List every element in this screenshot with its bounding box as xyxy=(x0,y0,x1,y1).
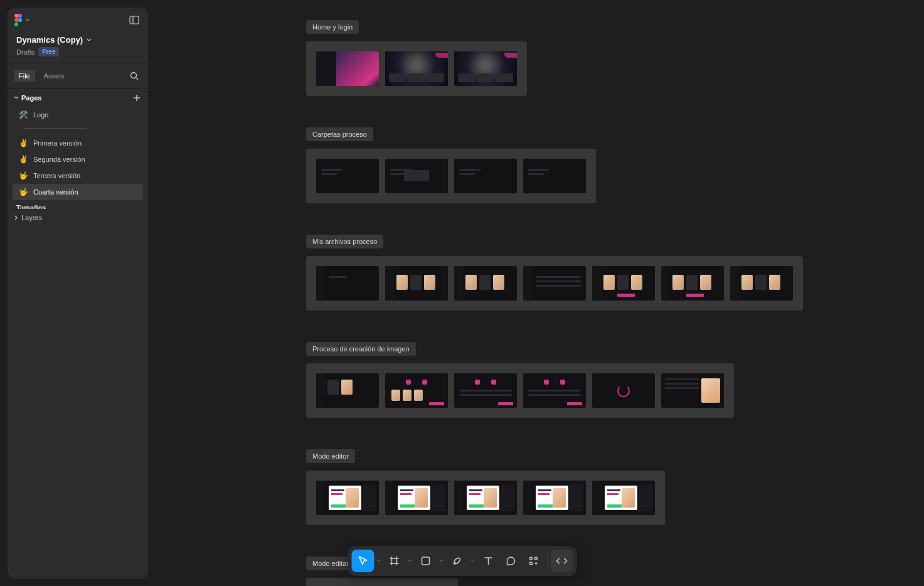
page-separator xyxy=(24,128,87,129)
tool-move[interactable] xyxy=(351,550,374,572)
frame-thumbnail[interactable] xyxy=(385,373,448,408)
page-item[interactable]: 🛠️Logo xyxy=(13,107,143,123)
page-item[interactable]: ✌️Segunda versión xyxy=(13,151,143,168)
section-label[interactable]: Home y login xyxy=(306,20,359,34)
frame-thumbnail[interactable] xyxy=(316,159,379,193)
section-box[interactable] xyxy=(306,149,596,203)
frame-thumbnail[interactable] xyxy=(385,266,448,301)
add-page-button[interactable] xyxy=(133,94,141,102)
section-label[interactable]: Modo editor xyxy=(306,449,355,463)
tool-text[interactable] xyxy=(477,550,499,572)
page-emoji-icon: 🛠️ xyxy=(19,110,28,119)
frame-thumbnail[interactable] xyxy=(523,481,586,515)
section-label[interactable]: Carpetas proceso xyxy=(306,127,373,141)
frame-thumbnail[interactable] xyxy=(523,266,586,301)
section-label[interactable]: Proceso de creación de imagen xyxy=(306,342,416,356)
frame-icon xyxy=(388,555,400,567)
canvas-section: Home y login xyxy=(306,20,899,96)
svg-point-16 xyxy=(534,557,537,560)
layers-header[interactable]: Layers xyxy=(8,209,148,225)
canvas-section: Proceso de creación de imagen xyxy=(306,342,899,418)
search-icon xyxy=(130,72,139,80)
pages-label: Pages xyxy=(21,94,41,102)
layers-label: Layers xyxy=(21,214,42,221)
page-cutoff-label: Tamaños xyxy=(8,201,148,209)
tool-shape[interactable] xyxy=(414,550,437,572)
caret-down-icon xyxy=(14,95,19,100)
frame-thumbnail[interactable] xyxy=(730,266,793,301)
canvas-section: Carpetas proceso xyxy=(306,127,899,203)
pages-list: 🛠️Logo✌️Primera versión✌️Segunda versión… xyxy=(8,105,148,201)
frame-thumbnail[interactable] xyxy=(385,51,448,86)
frame-thumbnail[interactable] xyxy=(661,266,724,301)
pages-header[interactable]: Pages xyxy=(8,89,148,105)
panel-tabs: File Assets xyxy=(8,63,148,88)
section-box[interactable] xyxy=(306,256,803,311)
frame-thumbnail[interactable] xyxy=(661,373,724,408)
frame-thumbnail[interactable] xyxy=(316,51,379,86)
svg-point-0 xyxy=(18,18,22,22)
file-title-block: Dynamics (Copy) Drafts Free xyxy=(8,30,148,63)
tool-frame[interactable] xyxy=(383,550,405,572)
tool-comment[interactable] xyxy=(499,550,522,572)
svg-line-4 xyxy=(136,78,139,80)
section-box[interactable] xyxy=(306,471,665,525)
tool-actions[interactable] xyxy=(522,550,544,572)
frame-thumbnail[interactable] xyxy=(592,373,655,408)
frame-thumbnail[interactable] xyxy=(454,373,517,408)
pen-icon xyxy=(451,555,462,567)
tab-file[interactable]: File xyxy=(14,70,35,82)
tool-shape-chevron[interactable] xyxy=(437,550,445,572)
tool-frame-chevron[interactable] xyxy=(405,550,414,572)
left-panel: Dynamics (Copy) Drafts Free File Assets … xyxy=(8,8,148,578)
canvas-section: Modo editor xyxy=(306,449,899,525)
chevron-down-icon xyxy=(87,38,92,43)
frame-thumbnail[interactable] xyxy=(385,481,448,515)
section-box[interactable] xyxy=(306,578,458,586)
page-item[interactable]: 🤟Cuarta versión xyxy=(13,184,143,200)
frame-thumbnail[interactable] xyxy=(454,159,517,193)
page-item[interactable]: 🤟Tercera versión xyxy=(13,168,143,184)
toggle-sidebar-button[interactable] xyxy=(127,13,142,28)
frame-thumbnail[interactable] xyxy=(316,373,379,408)
rectangle-icon xyxy=(420,555,431,567)
page-emoji-icon: 🤟 xyxy=(19,188,28,196)
plan-badge[interactable]: Free xyxy=(38,47,59,56)
tab-assets[interactable]: Assets xyxy=(39,70,70,82)
tool-pen-chevron[interactable] xyxy=(468,550,477,572)
svg-point-15 xyxy=(529,557,532,560)
frame-thumbnail[interactable] xyxy=(316,266,379,301)
tool-pen[interactable] xyxy=(445,550,468,572)
frame-thumbnail[interactable] xyxy=(454,266,517,301)
frame-thumbnail[interactable] xyxy=(454,481,517,515)
tool-move-chevron[interactable] xyxy=(374,550,383,572)
file-location[interactable]: Drafts xyxy=(16,48,35,56)
page-item[interactable]: ✌️Primera versión xyxy=(13,135,143,151)
dev-mode-toggle[interactable] xyxy=(550,550,573,572)
svg-point-17 xyxy=(529,562,532,565)
frame-thumbnail[interactable] xyxy=(592,481,655,515)
page-label: Logo xyxy=(33,111,48,119)
search-button[interactable] xyxy=(127,68,142,83)
sidebar-icon xyxy=(129,16,139,24)
section-box[interactable] xyxy=(306,41,527,96)
frame-thumbnail[interactable] xyxy=(385,159,448,193)
svg-rect-1 xyxy=(130,16,139,24)
section-box[interactable] xyxy=(306,363,734,418)
frame-thumbnail[interactable] xyxy=(592,266,655,301)
file-location-row: Drafts Free xyxy=(16,47,139,56)
svg-point-12 xyxy=(454,562,455,563)
section-label[interactable]: Mis archivos proceso xyxy=(306,235,383,248)
file-title-dropdown[interactable]: Dynamics (Copy) xyxy=(16,35,139,45)
frame-thumbnail[interactable] xyxy=(523,373,586,408)
frame-thumbnail[interactable] xyxy=(454,51,517,86)
page-emoji-icon: ✌️ xyxy=(19,155,28,164)
svg-rect-11 xyxy=(422,557,429,565)
frame-thumbnail[interactable] xyxy=(316,481,379,515)
canvas[interactable]: Home y loginCarpetas procesoMis archivos… xyxy=(156,0,924,586)
frame-thumbnail[interactable] xyxy=(523,159,586,193)
figma-menu[interactable] xyxy=(14,14,30,26)
chevron-down-icon xyxy=(25,18,30,23)
panel-header-row xyxy=(8,8,148,30)
text-icon xyxy=(482,555,494,567)
